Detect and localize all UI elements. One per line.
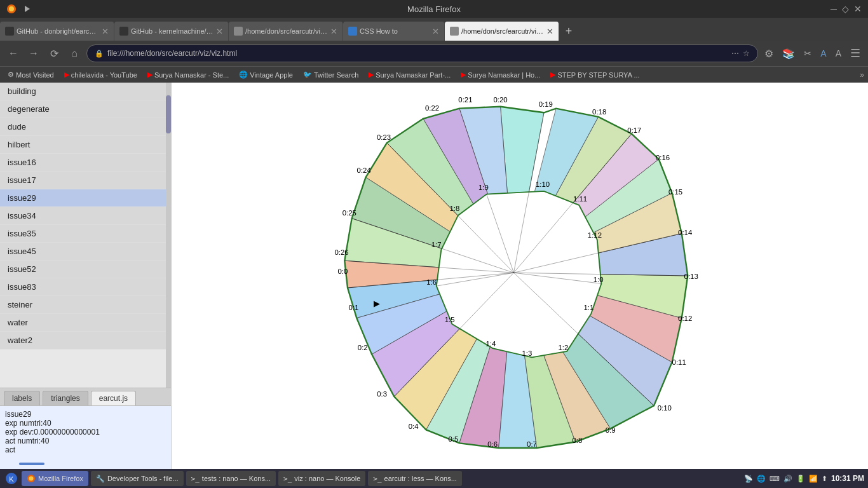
svg-text:0:17: 0:17 [627, 126, 641, 134]
sidebar-item-degenerate[interactable]: degenerate [0, 100, 166, 118]
taskbar-tests[interactable]: >_ tests : nano — Kons... [186, 471, 276, 486]
reader-mode-icon[interactable]: A [833, 48, 844, 58]
tab-favicon-2 [234, 27, 243, 36]
sidebar-item-issue83[interactable]: issue83 [0, 278, 166, 296]
reload-button[interactable]: ⟳ [46, 45, 62, 62]
bookmark-yt-icon-7: ▶ [550, 71, 555, 79]
window-controls[interactable]: ─ ◇ ✕ [831, 4, 862, 14]
bookmark-twitter-search[interactable]: 🐦 Twitter Search [299, 69, 362, 80]
taskbar-network-icon[interactable]: 📡 [744, 475, 753, 483]
sidebar-item-dude[interactable]: dude [0, 118, 166, 136]
tab-close-3[interactable]: ✕ [432, 27, 439, 36]
svg-text:1:10: 1:10 [536, 180, 550, 188]
bookmark-surya3[interactable]: ▶ Surya Namaskar | Ho... [457, 69, 544, 80]
url-input-area[interactable]: 🔒 file:///home/don/src/earcutr/viz/viz.h… [86, 44, 758, 62]
taskbar-keyboard-icon[interactable]: ⌨ [770, 475, 780, 483]
svg-text:1:3: 1:3 [522, 349, 532, 357]
sidebar-item-issue35[interactable]: issue35 [0, 225, 166, 243]
sidebar-item-hilbert[interactable]: hilbert [0, 136, 166, 154]
title-bar: Mozilla Firefox ─ ◇ ✕ [0, 0, 868, 18]
sidebar-item-water2[interactable]: water2 [0, 332, 166, 349]
taskbar-tests-label: tests : nano — Kons... [202, 475, 271, 482]
tab-0[interactable]: GitHub - donbright/earcut... ✕ [0, 22, 114, 41]
svg-text:0:25: 0:25 [342, 209, 356, 217]
bookmark-surya4[interactable]: ▶ STEP BY STEP SURYA ... [546, 69, 643, 80]
restore-icon[interactable]: ◇ [842, 4, 849, 14]
synced-tabs-icon[interactable]: 📚 [780, 48, 797, 60]
menu-button[interactable]: ☰ [848, 46, 863, 60]
taskbar-earcutr-icon: >_ [373, 475, 381, 483]
sidebar-scroll-thumb[interactable] [166, 95, 171, 133]
taskbar-battery-icon[interactable]: 🔋 [796, 475, 805, 483]
tab-label-2: /home/don/src/earcutr/viz/vi... [245, 27, 328, 35]
taskbar-audio-icon[interactable]: 🔊 [783, 475, 792, 483]
tab-label-3: CSS How to [360, 27, 430, 35]
taskbar-viz[interactable]: >_ viz : nano — Konsole [278, 471, 365, 486]
taskbar-updates-icon[interactable]: ⬆ [822, 475, 827, 483]
minimize-icon[interactable]: ─ [831, 4, 837, 14]
sidebar-item-issue34[interactable]: issue34 [0, 207, 166, 225]
back-button[interactable]: ← [5, 45, 22, 62]
bookmark-star-icon[interactable]: ☆ [743, 49, 750, 58]
taskbar-earcutr[interactable]: >_ earcutr : less — Kons... [368, 471, 462, 486]
svg-text:1:0: 1:0 [593, 276, 604, 283]
taskbar-globe-icon[interactable]: 🌐 [757, 475, 766, 483]
sidebar-item-water[interactable]: water [0, 314, 166, 332]
window-title: Mozilla Firefox [407, 4, 461, 14]
kde-icon[interactable]: K [4, 471, 19, 486]
taskbar-network2-icon[interactable]: 📶 [809, 475, 818, 483]
taskbar-firefox[interactable]: Mozilla Firefox [22, 471, 88, 486]
svg-text:0:2: 0:2 [358, 344, 368, 351]
bookmark-most-visited[interactable]: ⚙ Most Visited [4, 69, 58, 80]
bookmark-label-1: chilelavida - YouTube [71, 71, 137, 79]
reader-icon[interactable]: ⋯ [731, 49, 739, 58]
lock-icon: 🔒 [95, 50, 104, 58]
sidebar-item-building[interactable]: building [0, 83, 166, 100]
close-icon[interactable]: ✕ [854, 4, 862, 14]
svg-text:0:1: 0:1 [349, 304, 359, 311]
svg-text:0:24: 0:24 [357, 166, 371, 174]
forward-button[interactable]: → [25, 45, 42, 62]
sidebar-item-steiner[interactable]: steiner [0, 296, 166, 314]
home-button[interactable]: ⌂ [66, 45, 83, 62]
screenshot-icon[interactable]: ✂ [801, 48, 814, 58]
tab-4[interactable]: /home/don/src/earcutr/viz/vi... ✕ [445, 22, 559, 41]
bookmark-label-4: Twitter Search [314, 71, 358, 79]
bookmark-vintage-apple[interactable]: 🌐 Vintage Apple [235, 69, 297, 80]
sidebar-item-issue16[interactable]: issue16 [0, 154, 166, 172]
sidebar-item-issue45[interactable]: issue45 [0, 243, 166, 261]
taskbar-devtools[interactable]: 🔧 Developer Tools - file... [91, 471, 184, 486]
sidebar-item-issue52[interactable]: issue52 [0, 261, 166, 278]
tab-label-4: /home/don/src/earcutr/viz/vi... [461, 27, 544, 35]
bookmark-chilelavida[interactable]: ▶ chilelavida - YouTube [60, 69, 141, 80]
bookmarks-more-icon[interactable]: » [860, 71, 864, 79]
bookmark-twitter-icon-4: 🐦 [303, 71, 312, 79]
tab-close-0[interactable]: ✕ [102, 27, 109, 36]
info-line-4: act numtri:40 [5, 437, 166, 445]
sidebar-scrollbar[interactable] [166, 83, 171, 388]
tab-labels[interactable]: labels [4, 391, 40, 405]
tab-close-4[interactable]: ✕ [546, 27, 553, 36]
sidebar-item-issue17[interactable]: issue17 [0, 172, 166, 189]
tab-earcut[interactable]: earcut.js [91, 391, 136, 405]
tab-triangles[interactable]: triangles [43, 391, 88, 405]
tab-1[interactable]: GitHub - kernelmachine/ca... ✕ [114, 22, 229, 41]
svg-text:0:5: 0:5 [448, 435, 458, 443]
sidebar-list: buildingdegeneratedudehilbertissue16issu… [0, 83, 166, 388]
tab-close-1[interactable]: ✕ [216, 27, 223, 36]
bookmark-label-5: Surya Namaskar Part-... [376, 71, 451, 79]
svg-text:1:8: 1:8 [449, 205, 459, 212]
sidebar-item-issue29[interactable]: issue29 [0, 189, 166, 207]
translate-icon[interactable]: A [818, 48, 829, 58]
tab-3[interactable]: CSS How to ✕ [343, 22, 445, 41]
bookmark-surya1[interactable]: ▶ Surya Namaskar - Ste... [144, 69, 233, 80]
svg-text:1:9: 1:9 [478, 184, 489, 191]
pocket-icon[interactable]: ⚙ [762, 48, 776, 60]
tab-2[interactable]: /home/don/src/earcutr/viz/vi... ✕ [229, 22, 343, 41]
svg-text:0:13: 0:13 [684, 273, 698, 280]
bookmark-surya2[interactable]: ▶ Surya Namaskar Part-... [365, 69, 454, 80]
svg-text:0:7: 0:7 [527, 440, 537, 448]
tab-close-2[interactable]: ✕ [330, 27, 337, 36]
svg-point-105 [29, 477, 34, 481]
new-tab-button[interactable]: + [559, 22, 578, 41]
